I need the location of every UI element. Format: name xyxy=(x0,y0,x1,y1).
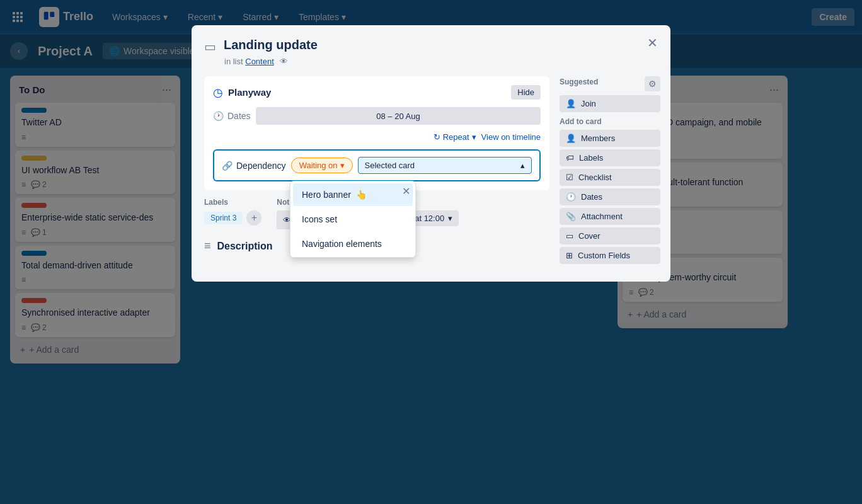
repeat-button[interactable]: ↻ Repeat ▾ xyxy=(434,132,476,142)
person-icon: 👤 xyxy=(566,99,576,108)
planyway-hide-button[interactable]: Hide xyxy=(511,85,541,100)
modal-title: Landing update xyxy=(224,38,318,52)
dependency-container: 🔗 Dependency Waiting on ▾ Selected card … xyxy=(213,149,541,181)
sidebar-gear-button[interactable]: ⚙ xyxy=(645,76,660,91)
dates-bar[interactable]: 08 – 20 Aug xyxy=(256,107,541,125)
custom-fields-icon: ⊞ xyxy=(566,251,573,260)
repeat-icon: ↻ xyxy=(434,132,440,142)
dependency-row: 🔗 Dependency Waiting on ▾ Selected card … xyxy=(222,157,532,174)
planyway-header: ◷ Planyway Hide xyxy=(213,85,541,100)
labels-group: Labels Sprint 3 + xyxy=(204,198,261,226)
sidebar-suggested-section: Suggested ⚙ 👤 Join xyxy=(560,76,660,112)
modal-list-link[interactable]: Content xyxy=(245,57,274,66)
sidebar-add-to-card-section: Add to card 👤 Members 🏷 Labels ☑ Checkli… xyxy=(560,117,660,264)
chevron-down-icon: ▾ xyxy=(340,161,345,170)
sidebar-dates-button[interactable]: 🕐 Dates xyxy=(560,188,660,205)
card-dropdown: ✕ Hero banner 👆 Icons set Navigation ele… xyxy=(290,181,416,258)
checklist-icon: ☑ xyxy=(566,173,573,182)
cover-icon: ▭ xyxy=(566,231,573,241)
modal-sidebar: Suggested ⚙ 👤 Join Add to card 👤 Members xyxy=(560,76,660,269)
description-icon: ≡ xyxy=(204,239,211,253)
card-modal: ✕ ▭ Landing update in list Content 👁 ◷ P… xyxy=(192,25,670,282)
sidebar-attachment-button[interactable]: 📎 Attachment xyxy=(560,208,660,225)
planyway-actions: ↻ Repeat ▾ View on timeline xyxy=(213,132,541,142)
label-sprint3[interactable]: Sprint 3 xyxy=(204,212,243,224)
description-title: Description xyxy=(217,241,273,252)
dropdown-close-button[interactable]: ✕ xyxy=(402,185,410,197)
modal-body: ◷ Planyway Hide 🕐 Dates 08 – 20 Aug xyxy=(204,76,660,269)
dependency-label: 🔗 Dependency xyxy=(222,161,286,171)
sidebar-members-button[interactable]: 👤 Members xyxy=(560,130,660,147)
planyway-section: ◷ Planyway Hide 🕐 Dates 08 – 20 Aug xyxy=(204,76,549,190)
attachment-icon: 📎 xyxy=(566,212,576,221)
selected-card-button[interactable]: Selected card ▴ xyxy=(358,157,532,174)
chevron-down-icon: ▾ xyxy=(472,132,476,142)
dropdown-item-nav[interactable]: Navigation elements xyxy=(293,232,413,255)
sidebar-custom-fields-button[interactable]: ⊞ Custom Fields xyxy=(560,247,660,264)
sidebar-labels-button[interactable]: 🏷 Labels xyxy=(560,149,660,166)
chevron-down-icon: ▾ xyxy=(448,214,452,223)
close-icon: ✕ xyxy=(647,36,658,50)
dropdown-item-hero[interactable]: Hero banner 👆 xyxy=(293,183,413,206)
members-icon: 👤 xyxy=(566,134,576,143)
modal-overlay[interactable]: ✕ ▭ Landing update in list Content 👁 ◷ P… xyxy=(0,0,862,504)
sidebar-cover-button[interactable]: ▭ Cover xyxy=(560,227,660,244)
dropdown-item-icons[interactable]: Icons set xyxy=(293,208,413,231)
dates-label: 🕐 Dates xyxy=(213,111,251,121)
planyway-dates-row: 🕐 Dates 08 – 20 Aug xyxy=(213,107,541,125)
modal-list-ref: in list Content 👁 xyxy=(224,57,660,66)
modal-close-button[interactable]: ✕ xyxy=(642,33,663,53)
waiting-on-button[interactable]: Waiting on ▾ xyxy=(291,158,353,173)
eye-icon[interactable]: 👁 xyxy=(280,57,288,66)
planyway-icon: ◷ xyxy=(213,86,223,100)
chevron-up-icon: ▴ xyxy=(520,161,525,170)
cursor-icon: 👆 xyxy=(356,190,367,200)
add-label-button[interactable]: + xyxy=(246,210,261,226)
modal-header: ▭ Landing update xyxy=(204,38,660,54)
join-button[interactable]: 👤 Join xyxy=(560,95,660,112)
sidebar-checklist-button[interactable]: ☑ Checklist xyxy=(560,169,660,186)
labels-icon: 🏷 xyxy=(566,153,574,163)
timeline-button[interactable]: View on timeline xyxy=(481,132,541,142)
label-tags: Sprint 3 + xyxy=(204,210,261,226)
modal-main: ◷ Planyway Hide 🕐 Dates 08 – 20 Aug xyxy=(204,76,549,269)
sidebar-suggested-header: Suggested ⚙ xyxy=(560,76,660,91)
dates-icon: 🕐 xyxy=(566,192,576,202)
dependency-icon: 🔗 xyxy=(222,161,233,171)
clock-icon: 🕐 xyxy=(213,111,224,121)
card-modal-icon: ▭ xyxy=(204,39,216,54)
planyway-title: Planyway xyxy=(228,87,271,98)
